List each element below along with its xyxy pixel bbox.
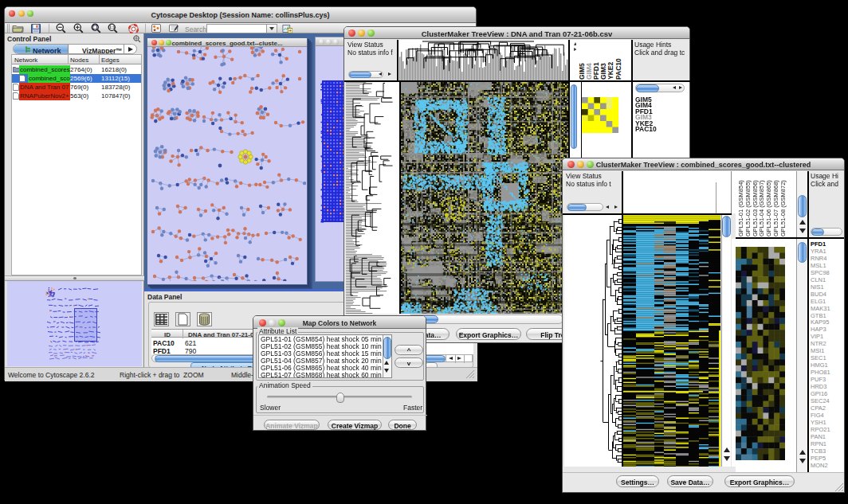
svg-text:1:1: 1:1 <box>109 25 115 29</box>
